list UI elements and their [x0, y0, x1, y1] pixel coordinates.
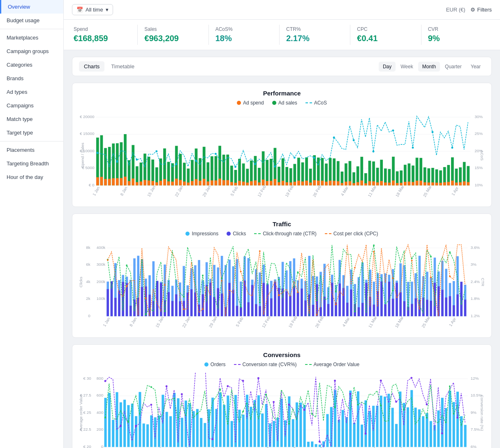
svg-rect-34	[128, 181, 131, 185]
svg-text:15 Jan: 15 Jan	[146, 185, 156, 197]
svg-text:0: 0	[101, 444, 104, 448]
svg-rect-44	[148, 181, 150, 186]
svg-rect-188	[431, 182, 434, 185]
svg-point-664	[449, 385, 451, 387]
traffic-chart-card: Traffic Impressions Clicks Click-through…	[72, 214, 492, 338]
svg-rect-130	[317, 181, 320, 185]
svg-point-628	[150, 404, 152, 406]
svg-rect-541	[146, 425, 149, 447]
svg-text:15 Jan: 15 Jan	[155, 316, 164, 328]
content-area: Charts Timetable Day Week Month Quarter	[64, 50, 500, 448]
time-tab-week[interactable]: Week	[396, 62, 417, 72]
date-filter-button[interactable]: 📅 All time ▾	[72, 4, 113, 15]
svg-rect-411	[380, 281, 383, 316]
svg-point-639	[319, 441, 321, 443]
svg-point-461	[202, 275, 204, 276]
svg-text:18 Mar: 18 Mar	[395, 184, 405, 198]
time-tab-quarter[interactable]: Quarter	[441, 62, 466, 72]
sidebar-item-target-type[interactable]: Target type	[0, 126, 63, 139]
svg-rect-532	[112, 420, 114, 447]
svg-rect-542	[150, 416, 153, 447]
svg-rect-419	[396, 283, 398, 316]
svg-text:3%: 3%	[470, 262, 476, 267]
svg-rect-585	[315, 444, 317, 447]
svg-point-465	[278, 279, 280, 281]
svg-rect-423	[403, 301, 406, 316]
svg-rect-596	[357, 392, 359, 447]
time-tab-day[interactable]: Day	[379, 62, 396, 72]
svg-rect-18	[96, 177, 99, 186]
svg-point-485	[297, 291, 299, 293]
svg-rect-58	[175, 179, 178, 185]
svg-text:€ 0: € 0	[89, 183, 95, 187]
chart-view-tabs: Charts Timetable	[79, 61, 139, 72]
svg-rect-443	[441, 290, 444, 316]
svg-rect-389	[338, 283, 341, 316]
svg-text:11 Mar: 11 Mar	[368, 315, 378, 329]
svg-rect-593	[345, 417, 348, 447]
svg-point-479	[183, 309, 185, 310]
kpi-bar: Spend €168,859 Sales €963,209 ACoS% 18% …	[64, 20, 500, 50]
filters-button[interactable]: ⚙ Filters	[470, 7, 492, 13]
svg-text:1.2%: 1.2%	[470, 313, 480, 318]
svg-rect-383	[327, 304, 330, 316]
svg-rect-576	[280, 399, 283, 447]
sidebar-item-campaigns[interactable]: Campaigns	[0, 99, 63, 112]
svg-rect-351	[266, 284, 269, 316]
svg-rect-345	[255, 304, 257, 316]
time-tab-year[interactable]: Year	[467, 62, 485, 72]
traffic-legend: Impressions Clicks Click-through rate (C…	[79, 231, 485, 237]
sidebar-item-targeting-breadth[interactable]: Targeting Breadth	[0, 157, 63, 170]
tab-charts[interactable]: Charts	[79, 61, 104, 72]
svg-text:10%: 10%	[475, 183, 483, 187]
sidebar-item-ad-types[interactable]: Ad types	[0, 85, 63, 99]
svg-rect-52	[163, 179, 166, 185]
svg-rect-142	[340, 183, 343, 186]
time-tab-month[interactable]: Month	[418, 62, 440, 72]
sidebar-item-marketplaces[interactable]: Marketplaces	[0, 31, 63, 44]
svg-text:€ 15000: € 15000	[80, 131, 95, 136]
sidebar-item-hour-of-day[interactable]: Hour of the day	[0, 170, 63, 184]
svg-point-217	[294, 157, 296, 159]
svg-rect-588	[326, 414, 329, 447]
svg-rect-563	[231, 421, 233, 447]
svg-rect-301	[171, 301, 174, 316]
svg-point-220	[353, 139, 355, 141]
svg-rect-612	[418, 409, 421, 447]
svg-rect-182	[419, 181, 422, 185]
svg-point-208	[116, 161, 118, 163]
sidebar-item-budget-usage[interactable]: Budget usage	[0, 14, 63, 27]
svg-text:6k: 6k	[86, 262, 90, 267]
svg-text:4 Mar: 4 Mar	[341, 316, 350, 327]
svg-point-467	[316, 299, 317, 301]
svg-text:9%: 9%	[470, 410, 476, 415]
sidebar-item-match-type[interactable]: Match type	[0, 112, 63, 126]
svg-rect-128	[313, 180, 316, 185]
svg-point-472	[411, 258, 413, 259]
svg-text:2.4%: 2.4%	[470, 279, 480, 284]
legend-aov: Average Order Value	[305, 362, 360, 367]
sidebar-item-overview[interactable]: Overview	[0, 0, 63, 14]
svg-rect-76	[211, 181, 213, 186]
svg-rect-572	[265, 404, 267, 447]
svg-rect-455	[464, 299, 467, 316]
svg-rect-537	[131, 404, 134, 447]
legend-dot-orange	[237, 101, 241, 105]
legend-ad-spend: Ad spend	[237, 100, 264, 106]
sidebar-item-categories[interactable]: Categories	[0, 58, 63, 72]
svg-rect-132	[321, 181, 324, 185]
tab-timetable[interactable]: Timetable	[106, 61, 139, 72]
svg-rect-82	[222, 180, 225, 186]
svg-text:29 Jan: 29 Jan	[208, 316, 218, 328]
sidebar-item-placements[interactable]: Placements	[0, 143, 63, 157]
conversions-chart-container: € 30 € 27.5 € 25 € 22.5 € 20 800 600 400…	[79, 372, 485, 448]
svg-rect-106	[270, 181, 273, 186]
svg-rect-90	[238, 181, 241, 186]
svg-text:5 Feb: 5 Feb	[235, 316, 244, 328]
sidebar-item-brands[interactable]: Brands	[0, 72, 63, 85]
svg-point-661	[380, 405, 382, 406]
sidebar-item-campaign-groups[interactable]: Campaign groups	[0, 44, 63, 58]
svg-point-477	[145, 297, 146, 299]
svg-rect-168	[392, 181, 395, 186]
svg-rect-535	[123, 400, 126, 447]
